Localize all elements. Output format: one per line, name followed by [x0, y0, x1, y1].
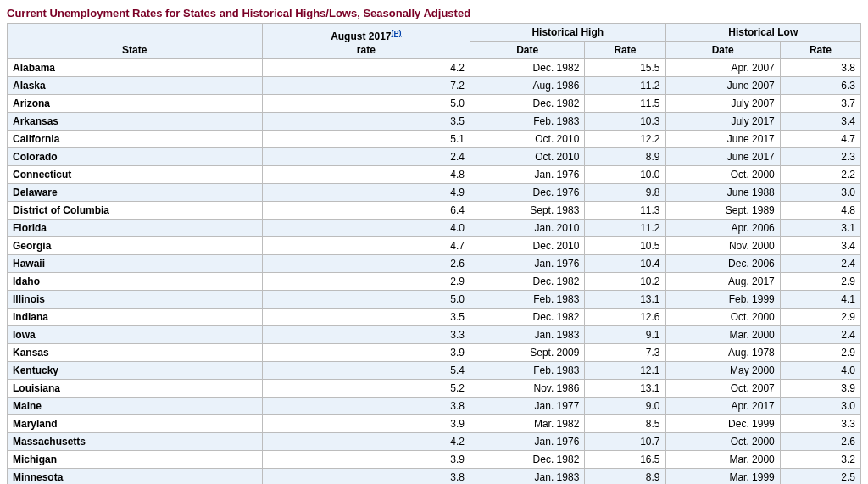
- cell-low-date: Apr. 2007: [665, 59, 780, 77]
- table-row: Arizona5.0Dec. 198211.5July 20073.7: [8, 95, 861, 113]
- cell-high-rate: 12.2: [585, 131, 665, 148]
- cell-current-rate: 3.9: [262, 415, 470, 433]
- cell-low-date: Sept. 1989: [665, 202, 780, 220]
- cell-high-date: Jan. 1977: [470, 398, 585, 415]
- cell-state: Hawaii: [8, 255, 263, 273]
- cell-low-date: Oct. 2000: [665, 433, 780, 451]
- cell-state: Louisiana: [8, 380, 263, 398]
- cell-low-date: Feb. 1999: [665, 291, 780, 309]
- cell-low-date: June 1988: [665, 184, 780, 202]
- cell-high-date: Jan. 1983: [470, 326, 585, 344]
- cell-current-rate: 4.8: [262, 166, 470, 184]
- cell-low-rate: 2.9: [780, 309, 860, 326]
- cell-high-date: Jan. 1976: [470, 255, 585, 273]
- cell-low-rate: 4.8: [780, 202, 860, 220]
- cell-high-date: Jan. 1976: [470, 166, 585, 184]
- cell-high-rate: 13.1: [585, 291, 665, 309]
- cell-high-date: Mar. 1982: [470, 415, 585, 433]
- cell-high-date: Oct. 2010: [470, 148, 585, 166]
- cell-high-date: Dec. 1982: [470, 309, 585, 326]
- cell-high-rate: 10.4: [585, 255, 665, 273]
- col-header-historical-high: Historical High: [470, 24, 665, 42]
- cell-high-rate: 7.3: [585, 344, 665, 362]
- cell-low-date: June 2007: [665, 77, 780, 95]
- cell-high-rate: 9.8: [585, 184, 665, 202]
- cell-high-date: Sept. 2009: [470, 344, 585, 362]
- col-header-low-date: Date: [665, 42, 780, 59]
- cell-state: Minnesota: [8, 469, 263, 485]
- cell-current-rate: 3.9: [262, 451, 470, 469]
- cell-low-rate: 3.2: [780, 451, 860, 469]
- cell-low-date: June 2017: [665, 148, 780, 166]
- cell-high-date: Feb. 1983: [470, 291, 585, 309]
- cell-high-rate: 11.3: [585, 202, 665, 220]
- cell-state: Michigan: [8, 451, 263, 469]
- cell-current-rate: 4.9: [262, 184, 470, 202]
- cell-state: Illinois: [8, 291, 263, 309]
- cell-high-rate: 8.9: [585, 148, 665, 166]
- cell-current-rate: 4.2: [262, 59, 470, 77]
- table-row: Arkansas3.5Feb. 198310.3July 20173.4: [8, 113, 861, 131]
- table-row: District of Columbia6.4Sept. 198311.3Sep…: [8, 202, 861, 220]
- cell-high-rate: 11.2: [585, 77, 665, 95]
- table-row: Iowa3.3Jan. 19839.1Mar. 20002.4: [8, 326, 861, 344]
- cell-state: Florida: [8, 220, 263, 237]
- table-row: Alabama4.2Dec. 198215.5Apr. 20073.8: [8, 59, 861, 77]
- cell-high-date: Jan. 1976: [470, 433, 585, 451]
- cell-high-date: Sept. 1983: [470, 202, 585, 220]
- cell-low-rate: 2.6: [780, 433, 860, 451]
- table-row: Minnesota3.8Jan. 19838.9Mar. 19992.5: [8, 469, 861, 485]
- cell-state: Kansas: [8, 344, 263, 362]
- cell-low-rate: 3.3: [780, 415, 860, 433]
- cell-high-rate: 10.2: [585, 273, 665, 291]
- cell-low-rate: 3.4: [780, 237, 860, 255]
- cell-state: Idaho: [8, 273, 263, 291]
- col-header-high-date: Date: [470, 42, 585, 59]
- cell-state: Indiana: [8, 309, 263, 326]
- table-body: Alabama4.2Dec. 198215.5Apr. 20073.8Alask…: [8, 59, 861, 485]
- table-row: Illinois5.0Feb. 198313.1Feb. 19994.1: [8, 291, 861, 309]
- cell-low-rate: 3.4: [780, 113, 860, 131]
- cell-high-rate: 13.1: [585, 380, 665, 398]
- cell-low-date: Aug. 2017: [665, 273, 780, 291]
- cell-low-date: Apr. 2017: [665, 398, 780, 415]
- cell-state: Georgia: [8, 237, 263, 255]
- cell-high-date: Dec. 2010: [470, 237, 585, 255]
- col-header-high-rate: Rate: [585, 42, 665, 59]
- cell-low-date: Apr. 2006: [665, 220, 780, 237]
- col-header-low-rate: Rate: [780, 42, 860, 59]
- cell-state: Arizona: [8, 95, 263, 113]
- cell-state: Kentucky: [8, 362, 263, 380]
- cell-current-rate: 2.4: [262, 148, 470, 166]
- cell-low-rate: 6.3: [780, 77, 860, 95]
- cell-low-date: Dec. 2006: [665, 255, 780, 273]
- table-row: Kentucky5.4Feb. 198312.1May 20004.0: [8, 362, 861, 380]
- cell-state: Delaware: [8, 184, 263, 202]
- cell-low-rate: 4.0: [780, 362, 860, 380]
- table-row: Georgia4.7Dec. 201010.5Nov. 20003.4: [8, 237, 861, 255]
- cell-low-rate: 3.0: [780, 398, 860, 415]
- table-row: Louisiana5.2Nov. 198613.1Oct. 20073.9: [8, 380, 861, 398]
- cell-high-date: Dec. 1982: [470, 59, 585, 77]
- cell-state: Iowa: [8, 326, 263, 344]
- cell-low-rate: 2.5: [780, 469, 860, 485]
- cell-low-rate: 3.0: [780, 184, 860, 202]
- cell-low-date: Dec. 1999: [665, 415, 780, 433]
- cell-current-rate: 5.1: [262, 131, 470, 148]
- cell-high-rate: 8.9: [585, 469, 665, 485]
- table-row: Colorado2.4Oct. 20108.9June 20172.3: [8, 148, 861, 166]
- cell-current-rate: 5.2: [262, 380, 470, 398]
- cell-low-rate: 3.9: [780, 380, 860, 398]
- table-row: Indiana3.5Dec. 198212.6Oct. 20002.9: [8, 309, 861, 326]
- col-header-state: State: [8, 24, 263, 59]
- cell-high-rate: 9.0: [585, 398, 665, 415]
- table-row: Hawaii2.6Jan. 197610.4Dec. 20062.4: [8, 255, 861, 273]
- cell-high-date: Dec. 1976: [470, 184, 585, 202]
- footnote-p-link[interactable]: (P): [391, 29, 401, 37]
- cell-high-rate: 10.3: [585, 113, 665, 131]
- cell-high-rate: 12.6: [585, 309, 665, 326]
- cell-low-date: Oct. 2000: [665, 309, 780, 326]
- table-row: Idaho2.9Dec. 198210.2Aug. 20172.9: [8, 273, 861, 291]
- table-row: Kansas3.9Sept. 20097.3Aug. 19782.9: [8, 344, 861, 362]
- cell-low-date: July 2017: [665, 113, 780, 131]
